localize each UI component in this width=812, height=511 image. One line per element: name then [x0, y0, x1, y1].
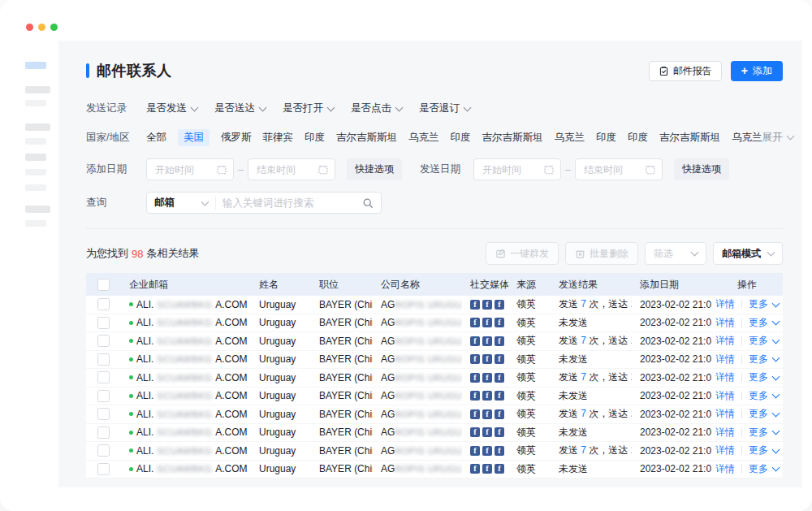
close-window-icon[interactable]: [26, 24, 33, 31]
facebook-icon[interactable]: f: [470, 354, 480, 364]
facebook-icon[interactable]: f: [495, 373, 504, 383]
row-checkbox[interactable]: [97, 408, 110, 420]
more-link[interactable]: 更多: [749, 426, 779, 440]
facebook-icon[interactable]: f: [495, 427, 504, 437]
filter-dropdown-是否发送[interactable]: 是否发送: [146, 102, 197, 115]
facebook-icon[interactable]: f: [482, 300, 492, 310]
zoom-window-icon[interactable]: [50, 24, 58, 31]
add-date-quick-options-button[interactable]: 快捷选项: [347, 158, 402, 180]
region-tag[interactable]: 乌克兰: [408, 131, 439, 145]
more-link[interactable]: 更多: [749, 462, 779, 476]
detail-link[interactable]: 详情: [715, 353, 735, 366]
row-checkbox[interactable]: [97, 353, 110, 366]
bulk-send-button[interactable]: 一键群发: [486, 242, 559, 265]
row-checkbox[interactable]: [97, 371, 110, 383]
more-link[interactable]: 更多: [749, 297, 779, 311]
send-date-end-input[interactable]: [575, 158, 663, 180]
facebook-icon[interactable]: f: [470, 391, 480, 401]
facebook-icon[interactable]: f: [482, 427, 492, 437]
facebook-icon[interactable]: f: [495, 464, 504, 474]
detail-link[interactable]: 详情: [715, 462, 735, 476]
facebook-icon[interactable]: f: [495, 300, 504, 310]
mail-report-button[interactable]: 邮件报告: [649, 61, 722, 81]
region-tag[interactable]: 乌克兰: [555, 131, 585, 145]
row-checkbox[interactable]: [97, 427, 110, 439]
filter-dropdown-是否退订[interactable]: 是否退订: [419, 102, 470, 115]
facebook-icon[interactable]: f: [470, 373, 480, 383]
detail-link[interactable]: 详情: [715, 389, 735, 403]
region-tag[interactable]: 印度: [596, 131, 616, 145]
facebook-icon[interactable]: f: [482, 409, 492, 419]
region-tag[interactable]: 乌克兰: [732, 131, 762, 145]
filter-dropdown-是否打开[interactable]: 是否打开: [283, 102, 334, 115]
detail-link[interactable]: 详情: [715, 426, 735, 440]
mailbox-mode-select[interactable]: 邮箱模式: [713, 242, 783, 265]
facebook-icon[interactable]: f: [495, 446, 504, 456]
filter-select[interactable]: 筛选: [645, 242, 706, 265]
more-link[interactable]: 更多: [749, 389, 779, 403]
facebook-icon[interactable]: f: [482, 318, 492, 327]
facebook-icon[interactable]: f: [470, 464, 480, 474]
more-link[interactable]: 更多: [749, 316, 779, 330]
row-checkbox[interactable]: [97, 335, 110, 347]
facebook-icon[interactable]: f: [495, 354, 504, 364]
facebook-icon[interactable]: f: [470, 336, 480, 346]
detail-link[interactable]: 详情: [715, 407, 735, 421]
select-all-checkbox[interactable]: [97, 279, 110, 291]
region-tag[interactable]: 吉尔吉斯斯坦: [482, 131, 543, 145]
facebook-icon[interactable]: f: [495, 336, 504, 346]
more-link[interactable]: 更多: [749, 407, 779, 421]
search-input[interactable]: [216, 197, 362, 209]
row-checkbox[interactable]: [97, 298, 110, 310]
detail-link[interactable]: 详情: [715, 370, 735, 384]
region-tag[interactable]: 印度: [628, 131, 648, 145]
detail-link[interactable]: 详情: [715, 334, 735, 348]
facebook-icon[interactable]: f: [482, 446, 492, 456]
detail-link[interactable]: 详情: [715, 444, 735, 457]
facebook-icon[interactable]: f: [482, 464, 492, 474]
add-date-cell: 2023-02-02 21:09: [632, 427, 711, 438]
facebook-icon[interactable]: f: [470, 409, 480, 419]
add-date-start-input[interactable]: [146, 158, 234, 180]
facebook-icon[interactable]: f: [482, 354, 492, 364]
more-link[interactable]: 更多: [749, 444, 779, 457]
facebook-icon[interactable]: f: [470, 300, 480, 310]
more-link[interactable]: 更多: [749, 353, 779, 366]
row-checkbox[interactable]: [97, 444, 110, 457]
detail-link[interactable]: 详情: [715, 297, 735, 311]
facebook-icon[interactable]: f: [470, 446, 480, 456]
facebook-icon[interactable]: f: [470, 318, 480, 327]
region-tag[interactable]: 菲律宾: [263, 131, 294, 145]
facebook-icon[interactable]: f: [470, 427, 480, 437]
row-checkbox[interactable]: [97, 463, 110, 475]
query-field-select[interactable]: 邮箱: [147, 196, 216, 210]
bulk-delete-button[interactable]: 批量删除: [565, 242, 638, 265]
facebook-icon[interactable]: f: [495, 409, 504, 419]
detail-link[interactable]: 详情: [715, 316, 735, 330]
add-date-end-input[interactable]: [248, 158, 335, 180]
row-checkbox[interactable]: [97, 390, 110, 402]
facebook-icon[interactable]: f: [495, 391, 504, 401]
filter-dropdown-是否送达[interactable]: 是否送达: [214, 102, 266, 115]
region-tag[interactable]: 印度: [451, 131, 471, 145]
facebook-icon[interactable]: f: [495, 318, 504, 327]
add-button[interactable]: + 添加: [731, 61, 783, 81]
region-tag[interactable]: 俄罗斯: [221, 131, 252, 145]
region-tag[interactable]: 全部: [146, 131, 166, 145]
more-link[interactable]: 更多: [749, 334, 779, 348]
minimize-window-icon[interactable]: [38, 24, 45, 31]
search-icon[interactable]: [362, 197, 374, 209]
facebook-icon[interactable]: f: [482, 391, 492, 401]
more-link[interactable]: 更多: [749, 370, 779, 384]
region-tag[interactable]: 印度: [304, 131, 325, 145]
region-tag[interactable]: 吉尔吉斯斯坦: [336, 131, 397, 145]
filter-dropdown-是否点击[interactable]: 是否点击: [351, 102, 402, 115]
facebook-icon[interactable]: f: [482, 336, 492, 346]
region-tag[interactable]: 吉尔吉斯斯坦: [659, 131, 720, 145]
region-expand-toggle[interactable]: 展开: [762, 131, 793, 145]
facebook-icon[interactable]: f: [482, 373, 492, 383]
region-tag-selected[interactable]: 美国: [178, 129, 209, 146]
send-date-quick-options-button[interactable]: 快捷选项: [674, 158, 729, 180]
row-checkbox[interactable]: [97, 317, 110, 329]
send-date-start-input[interactable]: [473, 158, 561, 180]
